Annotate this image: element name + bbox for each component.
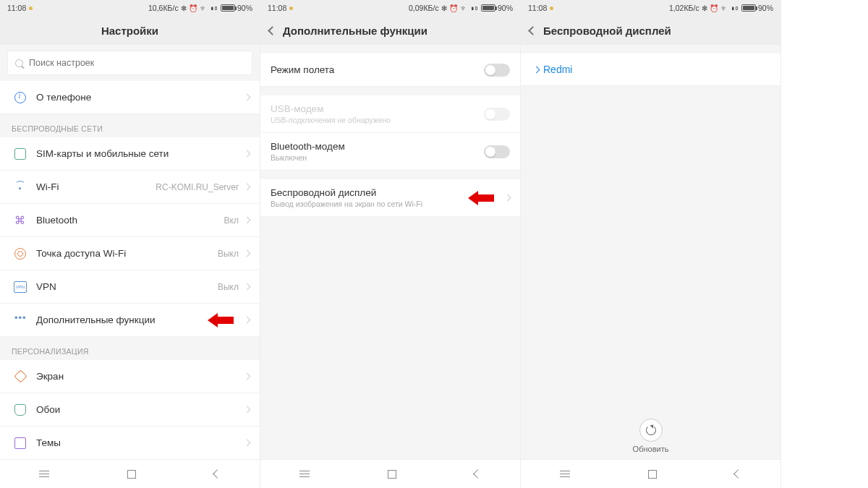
- red-arrow-annotation: [468, 191, 494, 205]
- chevron-right-icon: [244, 150, 251, 158]
- row-value: Вкл: [224, 215, 239, 226]
- row-wifi[interactable]: Wi-Fi RC-KOMI.RU_Server: [0, 171, 260, 204]
- nav-home-icon[interactable]: [127, 470, 136, 479]
- row-sublabel: Выключен: [271, 153, 484, 162]
- refresh-label: Обновить: [633, 445, 669, 453]
- theme-icon: [14, 437, 26, 449]
- row-label: Экран: [36, 371, 244, 382]
- row-sim[interactable]: SIM-карты и мобильные сети: [0, 137, 260, 171]
- header-bar: Дополнительные функции: [260, 16, 520, 45]
- notification-dot-icon: [29, 7, 33, 10]
- status-battery: 90%: [237, 4, 252, 12]
- search-input[interactable]: [29, 58, 244, 68]
- section-personalization: ПЕРСОНАЛИЗАЦИЯ: [0, 337, 260, 360]
- status-battery: 90%: [758, 4, 773, 12]
- row-label: Bluetooth-модем: [271, 141, 484, 152]
- wallpaper-icon: [14, 404, 26, 416]
- screen-icon: [14, 369, 27, 382]
- status-speed: 1,02КБ/с: [669, 4, 699, 12]
- chevron-right-icon: [244, 317, 251, 324]
- row-bluetooth[interactable]: ⌘ Bluetooth Вкл: [0, 204, 260, 237]
- search-icon: [15, 59, 23, 67]
- chevron-right-icon: [244, 440, 251, 447]
- status-time: 11:08: [268, 4, 286, 12]
- wifi-icon: [14, 181, 26, 193]
- functions-list: Режим полета USB-модем USB-подключения н…: [260, 45, 520, 459]
- row-label: SIM-карты и мобильные сети: [36, 148, 244, 159]
- status-bar: 11:08 10,6КБ/с ✻ ⏰ ᯤ ▮▯ 90%: [0, 0, 260, 16]
- screen-wireless-display: 11:08 1,02КБ/с ✻ ⏰ ᯤ ▮▯ 90% Беспроводной…: [521, 0, 781, 488]
- status-bar: 11:08 1,02КБ/с ✻ ⏰ ᯤ ▮▯ 90%: [521, 0, 780, 16]
- row-label: Wi-Fi: [36, 181, 156, 192]
- refresh-button[interactable]: [639, 419, 663, 442]
- chevron-right-icon: [244, 373, 251, 380]
- row-about-phone[interactable]: О телефоне: [0, 81, 260, 114]
- red-arrow-annotation: [208, 313, 234, 328]
- search-box[interactable]: [7, 51, 252, 75]
- row-label: Bluetooth: [36, 215, 224, 226]
- row-wireless-display[interactable]: Беспроводной дисплей Вывод изображения н…: [260, 179, 520, 217]
- screen-more-functions: 11:08 0,09КБ/с ✻ ⏰ ᯤ ▮▯ 90% Дополнительн…: [260, 0, 521, 488]
- row-screen[interactable]: Экран: [0, 360, 260, 393]
- chevron-right-icon: [244, 250, 251, 257]
- toggle-bt-tether[interactable]: [484, 145, 510, 158]
- row-label: Точка доступа Wi-Fi: [36, 248, 218, 259]
- row-sublabel: USB-подключения не обнаружено: [271, 116, 484, 124]
- row-vpn[interactable]: VPN VPN Выкл: [0, 270, 260, 304]
- row-label: Темы: [36, 437, 244, 448]
- toggle-usb: [484, 108, 510, 121]
- nav-recents-icon[interactable]: [39, 471, 49, 478]
- nav-back-icon[interactable]: [733, 469, 743, 479]
- row-wallpaper[interactable]: Обои: [0, 393, 260, 427]
- toggle-airplane[interactable]: [484, 64, 510, 77]
- notification-dot-icon: [550, 7, 553, 10]
- nav-home-icon[interactable]: [388, 470, 396, 479]
- row-themes[interactable]: Темы: [0, 427, 260, 459]
- status-icons: ✻ ⏰ ᯤ ▮▯: [181, 4, 218, 12]
- nav-bar: [260, 459, 520, 488]
- more-icon: •••: [14, 314, 26, 326]
- sim-icon: [14, 148, 26, 160]
- nav-home-icon[interactable]: [648, 470, 657, 479]
- battery-icon: [741, 4, 756, 12]
- page-title: Беспроводной дисплей: [543, 25, 671, 37]
- status-speed: 10,6КБ/с: [148, 4, 179, 12]
- device-redmi[interactable]: Redmi: [521, 53, 780, 86]
- row-label: Режим полета: [271, 64, 484, 75]
- row-value: Выкл: [218, 282, 239, 292]
- notification-dot-icon: [289, 7, 293, 10]
- row-value: Выкл: [218, 249, 239, 259]
- refresh-area: Обновить: [521, 419, 780, 453]
- row-label: Обои: [36, 404, 244, 415]
- row-hotspot[interactable]: Точка доступа Wi-Fi Выкл: [0, 237, 260, 270]
- header-bar: Настройки: [0, 16, 260, 45]
- nav-back-icon[interactable]: [213, 469, 222, 479]
- battery-icon: [481, 4, 495, 12]
- nav-recents-icon[interactable]: [299, 471, 310, 478]
- row-more-functions[interactable]: ••• Дополнительные функции: [0, 304, 260, 337]
- status-speed: 0,09КБ/с: [409, 4, 439, 12]
- row-label: VPN: [36, 281, 218, 292]
- nav-back-icon[interactable]: [473, 469, 482, 479]
- battery-icon: [221, 4, 235, 12]
- back-button[interactable]: [268, 26, 277, 35]
- display-list: Redmi: [521, 45, 780, 459]
- chevron-right-icon: [244, 184, 251, 191]
- row-label: О телефоне: [36, 92, 244, 103]
- refresh-icon: [646, 425, 656, 435]
- nav-bar: [521, 459, 780, 488]
- row-usb-tether: USB-модем USB-подключения не обнаружено: [260, 95, 520, 133]
- status-battery: 90%: [498, 4, 513, 12]
- status-icons: ✻ ⏰ ᯤ ▮▯: [441, 4, 479, 12]
- chevron-right-icon: [244, 283, 251, 291]
- section-wireless: БЕСПРОВОДНЫЕ СЕТИ: [0, 114, 260, 137]
- chevron-right-icon: [533, 66, 540, 73]
- page-title: Настройки: [101, 25, 158, 37]
- device-name: Redmi: [543, 64, 572, 75]
- row-bt-tether[interactable]: Bluetooth-модем Выключен: [260, 133, 520, 171]
- screen-settings: 11:08 10,6КБ/с ✻ ⏰ ᯤ ▮▯ 90% Настройки О …: [0, 0, 260, 488]
- nav-recents-icon[interactable]: [560, 471, 570, 478]
- hotspot-icon: [14, 248, 26, 260]
- back-button[interactable]: [528, 26, 537, 35]
- row-airplane[interactable]: Режим полета: [260, 53, 520, 87]
